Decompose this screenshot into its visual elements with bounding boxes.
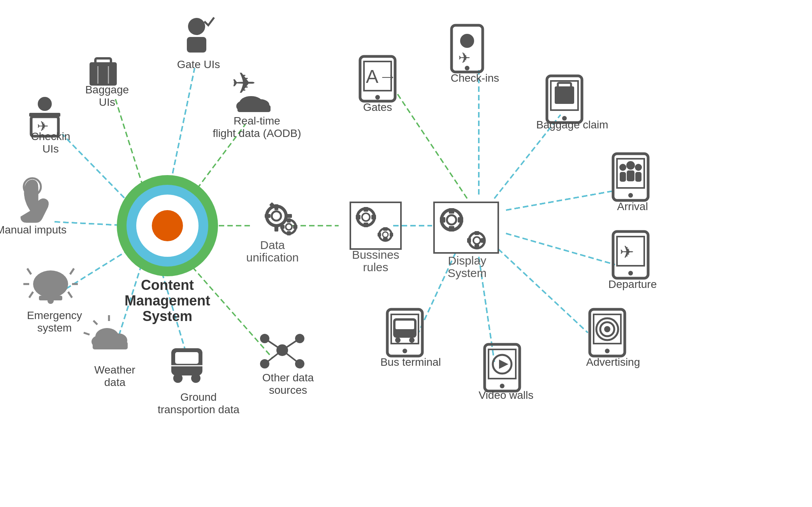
cms-core (152, 210, 183, 241)
svg-point-159 (395, 337, 401, 343)
checkin-uis-label1: Checkin (31, 130, 70, 142)
svg-rect-129 (558, 83, 571, 88)
manual-inputs-label: Manual imputs (0, 224, 67, 236)
gate-uis-label: Gate UIs (177, 58, 220, 70)
svg-point-48 (362, 213, 370, 221)
svg-line-109 (265, 339, 282, 350)
svg-rect-50 (364, 223, 368, 227)
display-system-label: Display (448, 254, 486, 267)
svg-line-30 (506, 233, 615, 265)
svg-rect-117 (237, 105, 271, 112)
svg-text:✈: ✈ (620, 242, 634, 261)
gate-uis-node (187, 18, 214, 53)
data-unification-label: Data (260, 239, 285, 251)
svg-line-92 (93, 321, 97, 325)
svg-rect-55 (383, 227, 388, 231)
svg-rect-64 (458, 217, 463, 223)
svg-point-161 (402, 349, 407, 353)
data-unification-label2: unification (246, 251, 299, 264)
svg-point-84 (47, 298, 54, 304)
svg-rect-63 (440, 217, 445, 223)
svg-point-137 (635, 164, 642, 171)
svg-rect-138 (635, 172, 642, 182)
weather-label2: data (104, 376, 126, 388)
svg-rect-69 (467, 238, 471, 243)
baggage-uis-node (90, 58, 117, 86)
svg-rect-101 (175, 352, 199, 364)
departure-node: ✈ (613, 232, 648, 278)
ground-label2: transportion data (158, 403, 240, 416)
svg-rect-97 (93, 342, 128, 349)
svg-point-99 (173, 374, 183, 383)
svg-point-154 (500, 384, 504, 388)
svg-rect-38 (265, 214, 271, 218)
svg-rect-43 (287, 218, 291, 223)
gates-node: A→ (360, 56, 397, 101)
svg-point-139 (628, 193, 633, 198)
checkins-node: ✈ (452, 25, 483, 72)
svg-rect-36 (274, 204, 278, 210)
ground-node (171, 348, 202, 383)
svg-point-77 (38, 97, 52, 111)
data-unification-icon (265, 202, 297, 235)
realtime-node: ✈ (232, 67, 271, 112)
svg-line-90 (68, 292, 72, 298)
svg-point-143 (628, 271, 633, 275)
svg-rect-134 (620, 172, 626, 182)
svg-point-121 (375, 95, 380, 100)
svg-line-29 (506, 191, 615, 210)
main-diagram: .line-green { stroke: #5cb85c; stroke-wi… (0, 0, 812, 507)
svg-point-133 (619, 164, 626, 171)
svg-text:A→: A→ (366, 66, 397, 87)
video-walls-node (485, 344, 520, 391)
svg-rect-49 (364, 207, 368, 212)
checkin-uis-label2: UIs (42, 143, 59, 155)
svg-text:✈: ✈ (458, 50, 471, 66)
business-rules-label2: rules (363, 261, 388, 274)
svg-rect-70 (481, 238, 485, 243)
baggage-uis-label1: Baggage (85, 84, 129, 96)
cms-title2: Management (125, 293, 210, 309)
svg-point-82 (33, 270, 68, 298)
svg-rect-67 (475, 231, 479, 235)
svg-point-35 (272, 211, 281, 221)
svg-point-54 (383, 232, 388, 237)
svg-rect-68 (475, 244, 479, 248)
emergency-label1: Emergency (27, 309, 82, 321)
svg-rect-52 (371, 215, 376, 219)
svg-rect-61 (449, 208, 454, 214)
svg-rect-75 (97, 66, 98, 84)
video-walls-label: Video walls (478, 389, 533, 401)
svg-point-160 (409, 337, 415, 343)
weather-label1: Weather (94, 364, 135, 376)
bus-terminal-label: Bus terminal (380, 356, 441, 368)
svg-line-85 (27, 268, 31, 274)
svg-point-135 (626, 161, 635, 170)
svg-line-110 (282, 339, 300, 350)
svg-point-71 (188, 18, 205, 35)
svg-line-112 (282, 350, 300, 364)
svg-rect-56 (383, 237, 388, 241)
svg-rect-45 (280, 225, 285, 229)
svg-rect-44 (287, 231, 291, 235)
weather-node (84, 315, 128, 349)
advertising-node (590, 309, 625, 356)
svg-point-125 (465, 66, 469, 70)
svg-point-42 (286, 224, 292, 230)
departure-label: Departure (608, 278, 657, 290)
svg-rect-57 (378, 233, 381, 237)
business-rules-icon (356, 207, 393, 241)
emergency-label2: system (37, 322, 72, 334)
svg-point-66 (473, 237, 480, 244)
display-system-label2: System (448, 267, 487, 279)
cms-title3: System (142, 308, 192, 324)
baggage-uis-label2: UIs (99, 96, 115, 108)
svg-point-60 (447, 215, 456, 225)
advertising-label: Advertising (586, 356, 640, 368)
other-data-label1: Other data (262, 372, 314, 384)
svg-line-19 (397, 93, 467, 198)
svg-point-149 (605, 349, 610, 353)
svg-rect-58 (390, 233, 393, 237)
svg-rect-37 (274, 226, 278, 232)
bus-terminal-node (387, 309, 422, 356)
